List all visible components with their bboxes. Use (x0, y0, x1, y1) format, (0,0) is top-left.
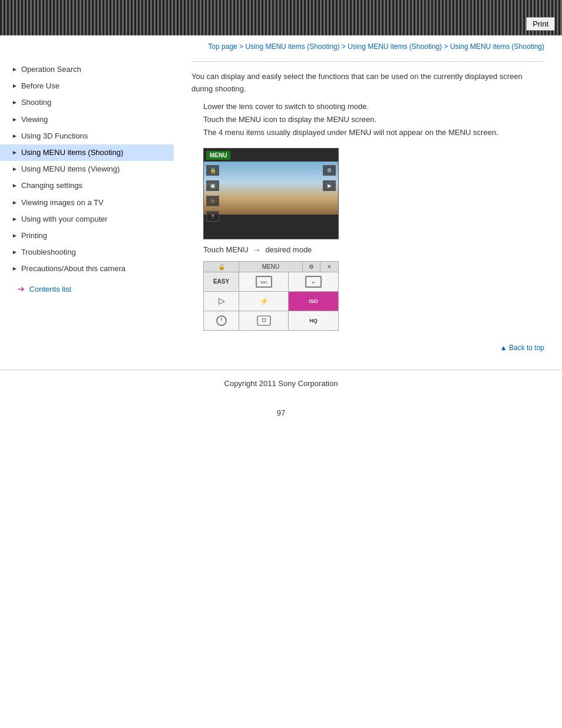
back-to-top-link[interactable]: ▲ Back to top (500, 344, 544, 352)
page-number: 97 (0, 397, 562, 429)
arrow-icon: ► (12, 265, 18, 273)
menu-icon-camera: ▣ (206, 180, 219, 191)
cell-hq: HQ (289, 311, 338, 330)
sidebar-item-label: Using MENU items (Viewing) (21, 164, 120, 174)
intro-text: You can display and easily select the fu… (191, 71, 544, 95)
arrow-icon: ► (12, 65, 18, 74)
menu-grid-row-1: EASY IMG ▸〈 (204, 272, 338, 292)
contents-list-anchor[interactable]: Contents list (29, 285, 72, 294)
sidebar-item-label: Using MENU items (Shooting) (21, 147, 123, 158)
arrow-icon: ► (12, 165, 18, 173)
arrow-icon: ► (12, 182, 18, 190)
arrow-icon: ► (12, 232, 18, 240)
sidebar-item-menu-viewing[interactable]: ► Using MENU items (Viewing) (0, 161, 174, 177)
print-button[interactable]: Print (526, 17, 555, 31)
cell-timer (204, 311, 239, 330)
svg-text:▷: ▷ (218, 296, 224, 305)
cell-img-size: IMG (239, 272, 289, 291)
arrow-right-icon: → (253, 245, 261, 254)
arrow-icon: ► (12, 116, 18, 124)
arrow-icon: ► (12, 215, 18, 223)
sidebar-item-label: Printing (21, 230, 47, 241)
touch-menu-text-before: Touch MENU (203, 245, 249, 254)
sidebar-item-troubleshooting[interactable]: ► Troubleshooting (0, 244, 174, 261)
back-to-top: ▲ Back to top (191, 338, 544, 358)
menu-screenshot-top: MENU 🔒 ▣ ☺ ? ⚙ ▶ (203, 148, 339, 239)
svg-text:IMG: IMG (260, 281, 267, 284)
menu-grid-row-3: HQ (204, 311, 338, 330)
arrow-icon: ► (12, 199, 18, 207)
menu-label-top: MENU (206, 151, 230, 160)
menu-icon-right-play: ▶ (323, 180, 336, 191)
step1-text: Lower the lens cover to switch to shooti… (203, 100, 544, 113)
cell-quality: ▸〈 (289, 272, 338, 291)
arrow-icon: ► (12, 248, 18, 256)
sidebar-item-precautions[interactable]: ► Precautions/About this camera (0, 261, 174, 277)
sidebar-item-before-use[interactable]: ► Before Use (0, 78, 174, 94)
menu-header-menu: MENU (239, 262, 303, 272)
sky-background (204, 162, 338, 215)
step2-text: Touch the MENU icon to display the MENU … (203, 113, 544, 126)
sidebar-item-label: Changing settings (21, 180, 82, 191)
left-icon-column: 🔒 ▣ ☺ ? (206, 165, 219, 222)
sidebar-item-printing[interactable]: ► Printing (0, 228, 174, 244)
sidebar-item-label: Before Use (21, 81, 59, 91)
sidebar-item-label: Shooting (21, 97, 51, 108)
menu-icon-right-settings: ⚙ (323, 165, 336, 176)
step3-text: The 4 menu items usually displayed under… (203, 126, 544, 139)
menu-grid-header: 🔒 MENU ⚙ × (204, 262, 338, 272)
sidebar-item-menu-shooting[interactable]: ► Using MENU items (Shooting) (0, 144, 174, 161)
page-footer: Copyright 2011 Sony Corporation (0, 370, 562, 397)
page-layout: ► Operation Search ► Before Use ► Shooti… (0, 55, 562, 370)
svg-point-9 (262, 318, 266, 322)
sidebar-item-label: Using with your computer (21, 214, 108, 225)
contents-arrow-icon: ➔ (18, 284, 25, 294)
svg-rect-8 (257, 316, 270, 325)
breadcrumb-link2[interactable]: Using MENU items (Shooting) (348, 42, 442, 51)
cell-mode: ▷ (204, 292, 239, 311)
breadcrumb-link1[interactable]: Using MENU items (Shooting) (245, 42, 339, 51)
menu-screenshot-bottom: 🔒 MENU ⚙ × EASY IMG ▸〈 ▷ ⚡ (203, 261, 339, 331)
arrow-icon: ► (12, 132, 18, 140)
cell-iso: ISO (289, 292, 338, 311)
sidebar-item-viewing-tv[interactable]: ► Viewing images on a TV (0, 195, 174, 211)
sidebar: ► Operation Search ► Before Use ► Shooti… (0, 55, 174, 370)
main-content: You can display and easily select the fu… (174, 55, 562, 370)
menu-grid-row-2: ▷ ⚡ ISO (204, 292, 338, 311)
menu-icon-question: ? (206, 211, 219, 222)
breadcrumb-link3[interactable]: Using MENU items (Shooting) (450, 42, 544, 51)
sidebar-item-label: Viewing images on a TV (21, 197, 104, 208)
sidebar-item-label: Troubleshooting (21, 247, 76, 258)
breadcrumb-top-page[interactable]: Top page (208, 42, 237, 51)
steps-section: Lower the lens cover to switch to shooti… (191, 100, 544, 139)
sidebar-item-3d-functions[interactable]: ► Using 3D Functions (0, 128, 174, 144)
cell-flash: ⚡ (239, 292, 289, 311)
menu-header-settings: ⚙ (303, 262, 320, 272)
arrow-icon: ► (12, 98, 18, 107)
sidebar-item-operation-search[interactable]: ► Operation Search (0, 61, 174, 78)
menu-header-close: × (320, 262, 338, 272)
sidebar-item-shooting[interactable]: ► Shooting (0, 94, 174, 111)
sidebar-item-viewing[interactable]: ► Viewing (0, 111, 174, 128)
easy-cell: EASY (204, 272, 239, 291)
sidebar-item-label: Viewing (21, 114, 48, 125)
arrow-icon: ► (12, 149, 18, 157)
sidebar-item-label: Precautions/About this camera (21, 263, 125, 274)
cell-face-detect (239, 311, 289, 330)
sidebar-item-using-computer[interactable]: ► Using with your computer (0, 211, 174, 228)
header-bar: Print (0, 0, 562, 35)
svg-text:▸〈: ▸〈 (312, 281, 315, 285)
sidebar-item-label: Using 3D Functions (21, 131, 88, 141)
content-divider (191, 61, 544, 62)
menu-icon-lock: 🔒 (206, 165, 219, 176)
sidebar-item-label: Operation Search (21, 64, 81, 75)
touch-menu-text-after: desired mode (266, 245, 312, 254)
arrow-icon: ► (12, 82, 18, 90)
contents-list-link[interactable]: ➔ Contents list (0, 277, 174, 294)
copyright-text: Copyright 2011 Sony Corporation (224, 379, 338, 388)
menu-icon-face: ☺ (206, 196, 219, 206)
svg-text:⚡: ⚡ (259, 297, 268, 305)
right-icon-column: ⚙ ▶ (323, 165, 336, 191)
breadcrumb: Top page > Using MENU items (Shooting) >… (0, 35, 562, 55)
sidebar-item-changing-settings[interactable]: ► Changing settings (0, 177, 174, 194)
